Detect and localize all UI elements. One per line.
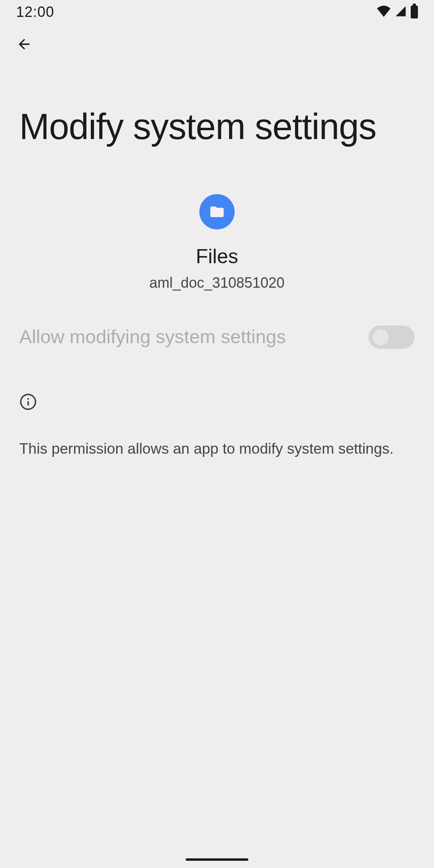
- info-description: This permission allows an app to modify …: [19, 439, 415, 459]
- permission-label: Allow modifying system settings: [19, 326, 368, 348]
- folder-icon: [207, 204, 227, 220]
- back-button[interactable]: [0, 24, 434, 62]
- wifi-icon: [377, 6, 391, 18]
- navigation-indicator[interactable]: [186, 858, 248, 861]
- back-arrow-icon: [16, 36, 32, 52]
- page-title: Modify system settings: [0, 62, 434, 148]
- info-section: This permission allows an app to modify …: [0, 349, 434, 459]
- app-version: aml_doc_310851020: [149, 274, 285, 291]
- toggle-thumb: [373, 329, 389, 345]
- app-info-section: Files aml_doc_310851020: [0, 148, 434, 291]
- app-name: Files: [196, 245, 238, 268]
- status-icons: [377, 5, 418, 19]
- info-icon: [19, 393, 37, 411]
- signal-icon: [395, 5, 407, 19]
- svg-rect-2: [27, 401, 29, 405]
- battery-icon: [411, 6, 418, 18]
- app-icon: [199, 194, 235, 229]
- status-bar: 12:00: [0, 0, 434, 24]
- permission-toggle-row: Allow modifying system settings: [0, 291, 434, 349]
- permission-toggle[interactable]: [368, 326, 415, 349]
- svg-point-1: [27, 398, 29, 399]
- status-time: 12:00: [16, 4, 54, 20]
